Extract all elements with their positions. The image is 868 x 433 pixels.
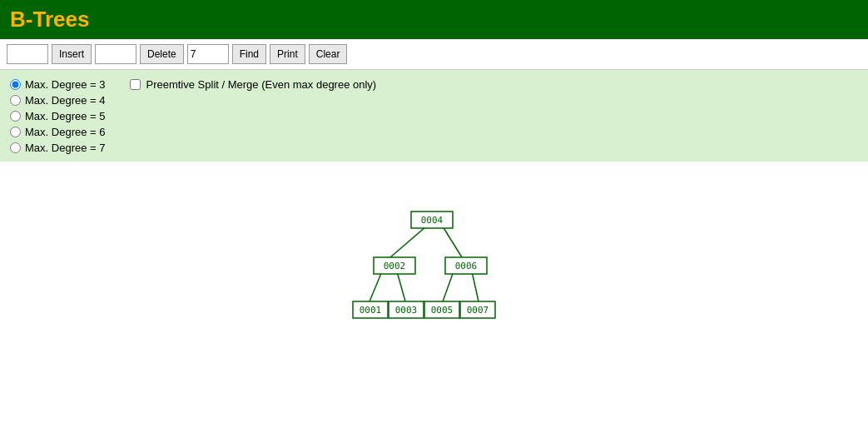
lm-label: 0003 bbox=[394, 305, 417, 316]
preemtive-label: Preemtive Split / Merge (Even max degree… bbox=[146, 78, 376, 91]
clear-button[interactable]: Clear bbox=[309, 44, 348, 64]
find-input[interactable] bbox=[187, 44, 229, 64]
root-label: 0004 bbox=[420, 215, 443, 226]
degree-5-label: Max. Degree = 5 bbox=[25, 110, 105, 122]
edge-right-rr bbox=[472, 271, 479, 301]
print-button[interactable]: Print bbox=[270, 44, 305, 64]
edge-root-left bbox=[390, 226, 426, 257]
degree-options: Max. Degree = 3 Max. Degree = 4 Max. Deg… bbox=[10, 77, 105, 154]
find-button[interactable]: Find bbox=[232, 44, 266, 64]
edge-right-rl bbox=[443, 271, 454, 301]
edge-left-ll bbox=[370, 271, 382, 301]
tree-svg: 0004 0002 0006 0001 0003 0005 bbox=[176, 170, 692, 370]
degree-5-radio[interactable] bbox=[10, 111, 21, 122]
degree-3-option[interactable]: Max. Degree = 3 bbox=[10, 78, 105, 91]
degree-7-label: Max. Degree = 7 bbox=[25, 142, 105, 154]
preemtive-option[interactable]: Preemtive Split / Merge (Even max degree… bbox=[130, 77, 376, 91]
degree-7-option[interactable]: Max. Degree = 7 bbox=[10, 142, 105, 154]
tree-node-root: 0004 bbox=[411, 212, 453, 228]
rr-label: 0007 bbox=[466, 305, 489, 316]
delete-button[interactable]: Delete bbox=[140, 44, 184, 64]
preemtive-checkbox[interactable] bbox=[130, 79, 141, 90]
degree-5-option[interactable]: Max. Degree = 5 bbox=[10, 110, 105, 122]
toolbar: Insert Delete Find Print Clear bbox=[0, 39, 868, 70]
tree-node-rl: 0005 bbox=[424, 301, 459, 318]
ll-label: 0001 bbox=[359, 305, 381, 316]
insert-button[interactable]: Insert bbox=[52, 44, 92, 64]
right-label: 0006 bbox=[454, 261, 477, 271]
left-label: 0002 bbox=[383, 261, 405, 271]
tree-node-ll: 0001 bbox=[353, 301, 388, 318]
degree-7-radio[interactable] bbox=[10, 142, 21, 153]
tree-node-rr: 0007 bbox=[460, 301, 495, 318]
delete-input[interactable] bbox=[95, 44, 136, 64]
degree-4-option[interactable]: Max. Degree = 4 bbox=[10, 94, 105, 107]
degree-3-label: Max. Degree = 3 bbox=[25, 78, 105, 91]
tree-node-right: 0006 bbox=[445, 257, 487, 274]
edge-root-right bbox=[443, 226, 462, 257]
page-title: B-Trees bbox=[10, 7, 858, 32]
insert-input[interactable] bbox=[7, 44, 48, 64]
degree-4-label: Max. Degree = 4 bbox=[25, 94, 105, 107]
degree-4-radio[interactable] bbox=[10, 95, 21, 106]
options-panel: Max. Degree = 3 Max. Degree = 4 Max. Deg… bbox=[0, 70, 868, 162]
degree-3-radio[interactable] bbox=[10, 79, 21, 90]
degree-6-option[interactable]: Max. Degree = 6 bbox=[10, 126, 105, 138]
header: B-Trees bbox=[0, 0, 868, 39]
tree-node-left: 0002 bbox=[374, 257, 415, 274]
edge-left-lm bbox=[397, 271, 405, 301]
rl-label: 0005 bbox=[430, 305, 453, 316]
degree-6-label: Max. Degree = 6 bbox=[25, 126, 105, 138]
tree-node-lm: 0003 bbox=[389, 301, 424, 318]
canvas-area: 0004 0002 0006 0001 0003 0005 bbox=[0, 162, 868, 411]
degree-6-radio[interactable] bbox=[10, 127, 21, 137]
